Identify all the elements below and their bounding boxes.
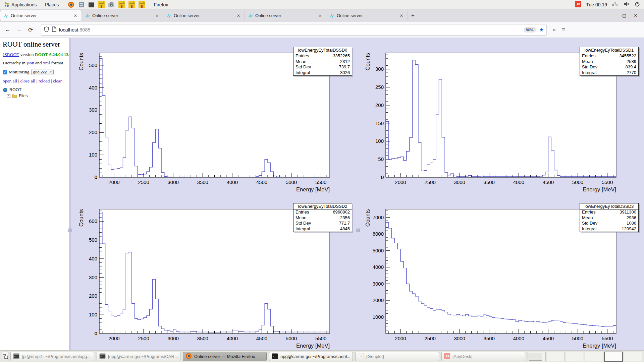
- midas-launcher-icon[interactable]: Midas: [98, 1, 105, 8]
- reload-button[interactable]: ⟳: [25, 26, 36, 34]
- stats-row: Std Dev1086: [580, 221, 638, 226]
- tab-close-icon[interactable]: ✕: [72, 13, 79, 19]
- svg-text:200: 200: [89, 293, 97, 299]
- stats-box-lowEnergyEyTotalDSSD0[interactable]: lowEnergyEyTotalDSSD0Entries3352265Mean2…: [293, 47, 352, 76]
- svg-text:0: 0: [95, 330, 97, 336]
- svg-text:5500: 5500: [602, 336, 613, 341]
- back-button[interactable]: ←: [2, 26, 13, 33]
- svg-text:Midas: Midas: [99, 2, 105, 4]
- svg-text:Midas: Midas: [129, 2, 135, 4]
- window-list-button[interactable]: [2, 352, 8, 361]
- tab-close-icon[interactable]: ✕: [398, 13, 405, 19]
- root-version: ROOT 6.24.04 13/07/2021: [35, 52, 69, 57]
- grid-layout-select[interactable]: grid 2x2 ▾: [31, 69, 54, 75]
- chart-panel-lowEnergyEyTotalDSSD0: 2000250030003500400045005000550001002003…: [71, 38, 358, 194]
- tab-close-icon[interactable]: ✕: [154, 13, 160, 19]
- workspace-cell[interactable]: [604, 352, 623, 362]
- anydesk-tray-icon[interactable]: [575, 1, 581, 8]
- x-axis-title: Energy [MeV]: [296, 343, 330, 349]
- json-link[interactable]: json: [26, 60, 34, 65]
- chevron-down-icon: ▾: [50, 70, 52, 74]
- tab-title: Online server: [255, 13, 314, 18]
- clock[interactable]: Tue 00:19: [586, 2, 607, 7]
- svg-text:100: 100: [375, 138, 384, 144]
- stats-box-lowEnergyEyTotalDSSD2[interactable]: lowEnergyEyTotalDSSD2Entries6960802Mean2…: [293, 203, 352, 232]
- browser-tab[interactable]: Online server✕: [326, 11, 408, 20]
- bookmark-star-icon[interactable]: ★: [539, 27, 544, 33]
- forward-button[interactable]: →: [13, 26, 25, 33]
- minimize-button[interactable]: –: [607, 13, 619, 18]
- svg-text:2000: 2000: [108, 179, 119, 185]
- tree-item-root[interactable]: ROOT: [3, 87, 66, 93]
- monitoring-checkbox[interactable]: ✓: [3, 70, 7, 74]
- svg-text:Midas: Midas: [119, 2, 125, 4]
- midas-launcher-icon[interactable]: Midas: [138, 1, 145, 8]
- workspace-cell[interactable]: [528, 352, 546, 361]
- jsroot-link[interactable]: JSROOT: [3, 52, 19, 57]
- svg-text:2000: 2000: [108, 336, 119, 341]
- stats-row: Mean2312: [293, 59, 352, 65]
- midas-launcher-icon[interactable]: Midas: [118, 1, 125, 8]
- workspace-cell[interactable]: [624, 352, 642, 361]
- overflow-chevron-icon[interactable]: »: [553, 27, 556, 33]
- zoom-level-badge[interactable]: 80%: [524, 27, 536, 33]
- menu-icon[interactable]: ≡: [562, 26, 566, 34]
- tab-close-icon[interactable]: ✕: [317, 13, 323, 19]
- url-bar[interactable]: localhost:8085 80% ★: [41, 24, 547, 36]
- svg-text:>_: >_: [90, 4, 93, 6]
- stats-row: Mean2356: [293, 215, 352, 221]
- workspace-cell[interactable]: [585, 352, 603, 361]
- desktop-screen: Applications Places >_ Midas Midas Midas…: [0, 0, 644, 362]
- tree-link-reload[interactable]: reload: [39, 78, 50, 83]
- xml-link[interactable]: xml: [43, 60, 50, 65]
- tree-link-close-all[interactable]: close all: [20, 78, 36, 83]
- applications-menu[interactable]: Applications: [0, 0, 41, 9]
- tab-title: Online server: [92, 13, 151, 18]
- places-menu[interactable]: Places: [41, 0, 63, 9]
- shield-icon[interactable]: [44, 26, 49, 34]
- tab-close-icon[interactable]: ✕: [235, 13, 242, 19]
- svg-text:5500: 5500: [315, 336, 326, 341]
- power-icon[interactable]: [635, 1, 640, 8]
- close-button[interactable]: ✕: [630, 13, 641, 18]
- midas-launcher-icon[interactable]: Midas: [128, 1, 135, 8]
- new-tab-button[interactable]: +: [408, 9, 418, 22]
- browser-tab[interactable]: Online server✕: [245, 11, 326, 20]
- taskbar-button[interactable]: [AnyDesk]: [441, 352, 525, 361]
- maximize-button[interactable]: ▢: [619, 13, 630, 18]
- workspace-cell[interactable]: [566, 352, 584, 361]
- taskbar-button[interactable]: >_npg@carme-gsi:~/Programs/caenl...: [269, 352, 353, 361]
- svg-text:3000: 3000: [454, 336, 465, 341]
- stats-row: Entries3911300: [580, 209, 638, 215]
- svg-text:>_: >_: [101, 355, 103, 358]
- svg-text:4500: 4500: [543, 336, 554, 341]
- workspace-cell[interactable]: [547, 352, 565, 361]
- files-launcher-icon[interactable]: [78, 1, 85, 8]
- terminal-launcher-icon[interactable]: >_: [88, 1, 95, 8]
- tree-link-open-all[interactable]: open all: [3, 78, 17, 83]
- taskbar-button[interactable]: >_[npg@carme-gsi:~/Programs/CAR...: [97, 352, 180, 361]
- firefox-icon: [185, 353, 192, 360]
- tree-link-clear[interactable]: clear: [53, 78, 62, 83]
- taskbar-button[interactable]: Online server — Mozilla Firefox: [183, 352, 267, 361]
- browser-tab[interactable]: Online server✕: [82, 11, 163, 20]
- network-status-icon[interactable]: ?: [612, 1, 619, 8]
- expand-icon[interactable]: +: [7, 94, 10, 98]
- svg-text:5000: 5000: [286, 179, 297, 185]
- firefox-launcher-icon[interactable]: [68, 1, 75, 8]
- active-app-label[interactable]: Firefox: [154, 2, 168, 7]
- browser-tab[interactable]: Online server✕: [0, 10, 82, 21]
- browser-tab[interactable]: Online server✕: [163, 11, 245, 20]
- page-info-icon[interactable]: [52, 26, 56, 33]
- monitoring-label: Monitoring: [9, 69, 30, 75]
- volume-muted-icon[interactable]: [623, 1, 630, 8]
- taskbar-button[interactable]: >_[pi@nnrpi1: ~/Programs/caenlogg...: [10, 352, 94, 361]
- svg-text:3500: 3500: [197, 179, 208, 185]
- screenshot-launcher-icon[interactable]: [108, 1, 115, 8]
- taskbar: >_[pi@nnrpi1: ~/Programs/caenlogg...>_[n…: [0, 350, 644, 362]
- stats-box-lowEnergyEyTotalDSSD3[interactable]: lowEnergyEyTotalDSSD3Entries3911300Mean2…: [580, 203, 639, 232]
- tree-item-files[interactable]: + Files: [6, 93, 66, 99]
- stats-box-lowEnergyEyTotalDSSD1[interactable]: lowEnergyEyTotalDSSD1Entries3455522Mean2…: [580, 47, 639, 76]
- taskbar-button[interactable]: ▲[Gnuplot]: [355, 352, 439, 361]
- page-content: ROOT online server JSROOT version ROOT 6…: [0, 38, 644, 350]
